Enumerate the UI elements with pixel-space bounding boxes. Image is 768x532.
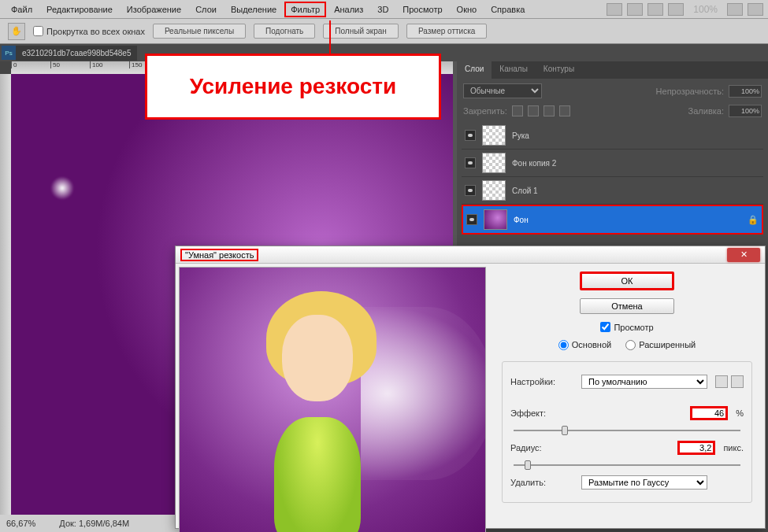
effect-unit: % bbox=[736, 408, 744, 418]
menu-image[interactable]: Изображение bbox=[121, 2, 187, 17]
layer-thumbnail[interactable] bbox=[482, 153, 506, 173]
extras-icon[interactable] bbox=[647, 3, 663, 16]
visibility-toggle[interactable] bbox=[465, 185, 476, 196]
print-size-button[interactable]: Размер оттиска bbox=[406, 24, 487, 39]
document-size: Док: 1,69M/6,84M bbox=[59, 519, 129, 528]
menu-window[interactable]: Окно bbox=[451, 2, 484, 17]
layer-name[interactable]: Рука bbox=[512, 131, 529, 140]
document-tab[interactable]: e3210291db7caae998bd548e5 bbox=[16, 46, 137, 61]
menu-help[interactable]: Справка bbox=[484, 2, 531, 17]
arrange-icon[interactable] bbox=[668, 3, 684, 16]
menu-select[interactable]: Выделение bbox=[224, 2, 283, 17]
remove-select[interactable]: Размытие по Гауссу bbox=[581, 475, 707, 490]
lock-all-icon[interactable] bbox=[559, 105, 570, 116]
hand-icon[interactable] bbox=[727, 3, 743, 16]
layer-thumbnail[interactable] bbox=[482, 125, 506, 146]
smart-sharpen-dialog: "Умная" резкость ✕ ОК Отмена Просмотр Ос… bbox=[175, 246, 766, 529]
layer-row[interactable]: Рука bbox=[462, 122, 763, 150]
bridge-icon[interactable] bbox=[607, 3, 622, 16]
menu-3d[interactable]: 3D bbox=[371, 2, 395, 17]
lock-transparent-icon[interactable] bbox=[512, 105, 523, 116]
fill-label: Заливка: bbox=[688, 106, 724, 116]
close-button[interactable]: ✕ bbox=[727, 248, 760, 262]
fill-field[interactable] bbox=[729, 105, 762, 117]
dialog-controls: ОК Отмена Просмотр Основной Расширенный … bbox=[489, 264, 765, 530]
menu-view[interactable]: Просмотр bbox=[396, 2, 448, 17]
lock-icon: 🔒 bbox=[748, 215, 759, 225]
menu-edit[interactable]: Редактирование bbox=[40, 2, 119, 17]
menu-filter[interactable]: Фильтр bbox=[284, 2, 326, 17]
annotation-callout: Усиление резкости bbox=[145, 54, 441, 120]
layer-name[interactable]: Слой 1 bbox=[512, 187, 538, 195]
visibility-toggle[interactable] bbox=[465, 157, 476, 168]
ok-button[interactable]: ОК bbox=[580, 272, 674, 290]
mode-basic-radio[interactable]: Основной bbox=[558, 340, 611, 350]
actual-pixels-button[interactable]: Реальные пикселы bbox=[153, 24, 246, 39]
tab-paths[interactable]: Контуры bbox=[536, 61, 582, 79]
annotation-text: Усиление резкости bbox=[190, 74, 396, 99]
ruler-vertical bbox=[0, 74, 11, 532]
delete-preset-icon[interactable] bbox=[731, 375, 744, 388]
visibility-toggle[interactable] bbox=[465, 130, 476, 141]
tab-layers[interactable]: Слои bbox=[457, 61, 492, 79]
layers-list: Рука Фон копия 2 Слой 1 Фон 🔒 bbox=[457, 119, 768, 238]
layer-thumbnail[interactable] bbox=[482, 180, 506, 201]
effect-slider[interactable] bbox=[510, 425, 744, 436]
save-preset-icon[interactable] bbox=[715, 375, 728, 388]
opacity-label: Непрозрачность: bbox=[656, 87, 724, 96]
radius-label: Радиус: bbox=[510, 443, 573, 453]
cancel-button[interactable]: Отмена bbox=[580, 298, 674, 314]
menu-file[interactable]: Файл bbox=[5, 2, 39, 17]
lock-pixels-icon[interactable] bbox=[528, 105, 539, 116]
menu-analysis[interactable]: Анализ bbox=[328, 2, 369, 17]
zoom-value[interactable]: 66,67% bbox=[6, 519, 35, 528]
main-menubar: Файл Редактирование Изображение Слои Выд… bbox=[0, 0, 768, 19]
zoom-icon[interactable] bbox=[748, 3, 763, 16]
radius-field[interactable] bbox=[677, 441, 715, 455]
tab-channels[interactable]: Каналы bbox=[492, 61, 536, 79]
remove-label: Удалить: bbox=[510, 478, 573, 487]
preview-checkbox[interactable]: Просмотр bbox=[502, 322, 752, 332]
dialog-preview[interactable] bbox=[179, 267, 486, 532]
minibridge-icon[interactable] bbox=[627, 3, 643, 16]
ps-icon: Ps bbox=[2, 46, 16, 60]
visibility-toggle[interactable] bbox=[466, 214, 477, 225]
lock-position-icon[interactable] bbox=[544, 105, 555, 116]
layer-row[interactable]: Слой 1 bbox=[462, 177, 763, 205]
layer-row[interactable]: Фон копия 2 bbox=[462, 150, 763, 177]
radius-slider[interactable] bbox=[510, 460, 744, 471]
radius-unit: пикс. bbox=[723, 443, 744, 453]
menu-layers[interactable]: Слои bbox=[189, 2, 223, 17]
opacity-field[interactable] bbox=[729, 85, 762, 98]
layer-name[interactable]: Фон bbox=[514, 216, 529, 224]
layer-row-background[interactable]: Фон 🔒 bbox=[462, 205, 763, 235]
blend-mode-select[interactable]: Обычные bbox=[463, 83, 542, 98]
hand-tool-icon[interactable]: ✋ bbox=[8, 23, 25, 40]
settings-select[interactable]: По умолчанию bbox=[581, 375, 707, 389]
scroll-all-checkbox[interactable]: Прокрутка во всех окнах bbox=[33, 26, 145, 36]
lock-row: Закрепить: Заливка: bbox=[457, 103, 768, 119]
annotation-line bbox=[329, 20, 331, 55]
options-bar: ✋ Прокрутка во всех окнах Реальные пиксе… bbox=[0, 19, 768, 44]
mode-advanced-radio[interactable]: Расширенный bbox=[625, 340, 696, 350]
annotation-line bbox=[221, 118, 441, 260]
effect-field[interactable] bbox=[690, 406, 728, 420]
settings-label: Настройки: bbox=[510, 377, 573, 386]
zoom-display: 100% bbox=[688, 4, 722, 15]
panel-tabs: Слои Каналы Контуры bbox=[457, 61, 768, 79]
layer-name[interactable]: Фон копия 2 bbox=[512, 159, 556, 168]
fit-screen-button[interactable]: Подогнать bbox=[254, 24, 315, 39]
layer-thumbnail[interactable] bbox=[484, 209, 507, 230]
full-screen-button[interactable]: Полный экран bbox=[323, 24, 399, 39]
svg-line-0 bbox=[224, 120, 394, 257]
effect-label: Эффект: bbox=[510, 408, 573, 418]
